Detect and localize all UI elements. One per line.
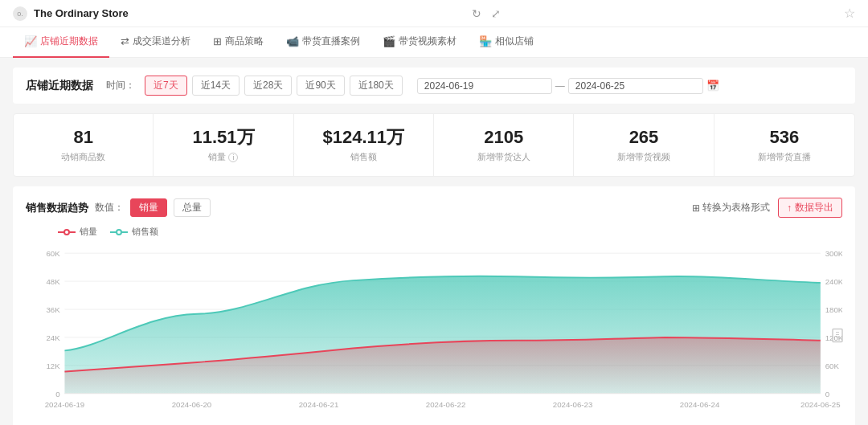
shop-icon: 🏪	[479, 35, 492, 47]
page-content: 店铺近期数据 时间： 近7天 近14天 近28天 近90天 近180天 — 📅 …	[0, 58, 868, 425]
legend-revenue: 销售额	[110, 226, 158, 238]
svg-text:0: 0	[55, 390, 60, 398]
svg-point-3	[117, 230, 121, 235]
time-filters: 近7天 近14天 近28天 近90天 近180天	[145, 76, 403, 96]
chart-btn-volume[interactable]: 销量	[130, 198, 167, 217]
stat-label-products: 动销商品数	[23, 151, 143, 163]
store-name: The Ordinary Store	[34, 7, 129, 19]
date-separator: —	[555, 80, 565, 92]
stat-new-creators: 2105 新增带货达人	[434, 114, 574, 176]
stat-value-revenue: $124.11万	[304, 127, 424, 148]
tab-live[interactable]: 📹 带货直播案例	[275, 27, 371, 58]
svg-text:36K: 36K	[46, 305, 60, 314]
svg-rect-30	[833, 329, 842, 341]
stat-label-lives: 新增带货直播	[724, 151, 845, 163]
filter-7days[interactable]: 近7天	[145, 76, 187, 96]
stat-value-volume: 11.51万	[163, 127, 283, 148]
filter-180days[interactable]: 近180天	[350, 76, 403, 96]
stat-label-revenue: 销售额	[304, 151, 424, 163]
convert-table-link[interactable]: ⊞ 转换为表格形式	[692, 201, 770, 215]
svg-text:0: 0	[825, 390, 830, 398]
svg-text:2024-06-22: 2024-06-22	[426, 401, 466, 410]
chart-legend: 销量 销售额	[26, 226, 842, 238]
tab-recent[interactable]: 📈 店铺近期数据	[13, 27, 109, 58]
legend-line-volume	[58, 228, 76, 236]
date-range: — 📅	[417, 78, 719, 94]
chart-header: 销售数据趋势 数值： 销量 总量 ⊞ 转换为表格形式 ↑ 数据导出	[26, 198, 842, 218]
header-right: ☆	[844, 6, 855, 21]
table-icon: ⊞	[692, 202, 700, 214]
chart-actions: ⊞ 转换为表格形式 ↑ 数据导出	[692, 198, 842, 218]
video-icon: 🎬	[383, 35, 395, 47]
upload-icon: ↑	[787, 202, 792, 214]
svg-text:2024-06-21: 2024-06-21	[299, 401, 339, 410]
refresh-icon[interactable]: ↻	[472, 7, 481, 20]
bar-chart-icon: ⇄	[121, 35, 129, 47]
svg-text:2024-06-25: 2024-06-25	[800, 401, 841, 410]
stat-value-creators: 2105	[444, 127, 563, 148]
tab-transaction[interactable]: ⇄ 成交渠道分析	[109, 27, 202, 58]
stat-value-videos: 265	[583, 127, 703, 148]
svg-text:2024-06-19: 2024-06-19	[45, 401, 85, 410]
stat-label-videos: 新增带货视频	[583, 151, 703, 163]
svg-text:48K: 48K	[46, 277, 60, 286]
svg-text:2024-06-23: 2024-06-23	[553, 401, 593, 410]
filter-14days[interactable]: 近14天	[192, 76, 240, 96]
export-button[interactable]: ↑ 数据导出	[778, 198, 842, 218]
tab-products[interactable]: ⊞ 商品策略	[202, 27, 275, 58]
star-icon[interactable]: ☆	[844, 6, 855, 20]
svg-text:2024-06-20: 2024-06-20	[172, 401, 212, 410]
svg-point-1	[64, 230, 69, 235]
svg-text:2024-06-24: 2024-06-24	[680, 401, 720, 410]
section-header: 店铺近期数据 时间： 近7天 近14天 近28天 近90天 近180天 — 📅	[13, 67, 855, 104]
chart-btn-total[interactable]: 总量	[174, 198, 211, 217]
tab-similar[interactable]: 🏪 相似店铺	[468, 27, 545, 58]
stat-new-videos: 265 新增带货视频	[574, 114, 714, 176]
logo-icon: o.	[13, 6, 27, 21]
chart-svg: 60K 48K 36K 24K 12K 0 300K 240K 180K 120…	[26, 243, 842, 425]
stats-row: 81 动销商品数 11.51万 销量 i $124.11万 销售额 2105 新…	[13, 113, 855, 177]
header-center: ↻ ⤢	[472, 7, 501, 20]
stat-new-lives: 536 新增带货直播	[714, 114, 854, 176]
header-left: o. The Ordinary Store	[13, 6, 129, 21]
date-end-input[interactable]	[568, 78, 703, 94]
legend-volume: 销量	[58, 226, 97, 238]
section-title: 店铺近期数据	[26, 79, 93, 93]
svg-text:24K: 24K	[46, 333, 60, 342]
legend-line-revenue	[110, 228, 128, 236]
chart-title: 销售数据趋势	[26, 201, 88, 215]
chart-controls: 销售数据趋势 数值： 销量 总量	[26, 198, 211, 217]
expand-icon[interactable]	[831, 327, 844, 345]
chart-container: 60K 48K 36K 24K 12K 0 300K 240K 180K 120…	[26, 243, 842, 425]
app-header: o. The Ordinary Store ↻ ⤢ ☆	[0, 0, 868, 27]
live-icon: 📹	[286, 35, 299, 47]
products-icon: ⊞	[213, 35, 222, 47]
date-start-input[interactable]	[417, 78, 552, 94]
stat-label-creators: 新增带货达人	[444, 151, 563, 163]
share-icon[interactable]: ⤢	[491, 7, 501, 20]
info-icon-volume[interactable]: i	[228, 153, 238, 162]
chart-line-icon: 📈	[24, 35, 37, 47]
filter-90days[interactable]: 近90天	[297, 76, 344, 96]
nav-tabs: 📈 店铺近期数据 ⇄ 成交渠道分析 ⊞ 商品策略 📹 带货直播案例 🎬 带货视频…	[0, 27, 868, 58]
tab-video[interactable]: 🎬 带货视频素材	[371, 27, 468, 58]
stat-revenue: $124.11万 销售额	[294, 114, 434, 176]
time-label: 时间：	[106, 79, 135, 92]
chart-section: 销售数据趋势 数值： 销量 总量 ⊞ 转换为表格形式 ↑ 数据导出	[13, 186, 855, 425]
stat-value-lives: 536	[724, 127, 845, 148]
svg-text:240K: 240K	[825, 277, 842, 286]
calendar-icon[interactable]: 📅	[706, 80, 719, 92]
svg-text:180K: 180K	[825, 305, 842, 314]
stat-sales-volume: 11.51万 销量 i	[154, 114, 293, 176]
svg-text:60K: 60K	[46, 249, 60, 258]
stat-value-products: 81	[23, 127, 143, 148]
svg-text:60K: 60K	[825, 362, 840, 370]
chart-data-label: 数值：	[95, 201, 124, 215]
svg-text:300K: 300K	[825, 249, 842, 258]
svg-text:12K: 12K	[46, 362, 60, 370]
stat-active-products: 81 动销商品数	[14, 114, 154, 176]
stat-label-volume: 销量 i	[163, 151, 283, 163]
filter-28days[interactable]: 近28天	[244, 76, 292, 96]
